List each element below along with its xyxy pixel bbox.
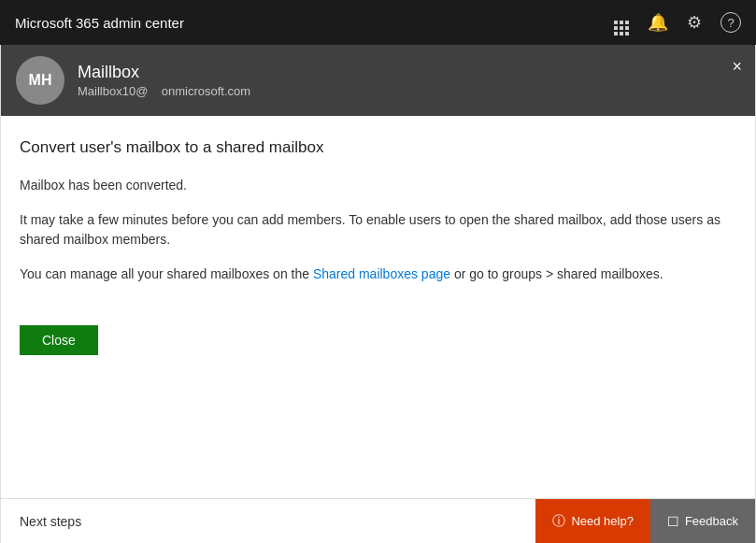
close-button-container: Close: [20, 314, 736, 355]
feedback-button[interactable]: ☐ Feedback: [650, 499, 755, 543]
need-help-button[interactable]: ⓘ Need help?: [535, 499, 650, 543]
panel-header: MH Maillbox Maillbox10@ onmicrosoft.com …: [1, 45, 755, 116]
avatar: MH: [16, 56, 64, 105]
panel: MH Maillbox Maillbox10@ onmicrosoft.com …: [0, 45, 756, 543]
help-icon[interactable]: ?: [720, 12, 741, 33]
next-steps-label: Next steps: [1, 514, 535, 529]
feedback-label: Feedback: [685, 514, 738, 528]
section-title: Convert user's mailbox to a shared mailb…: [20, 138, 736, 157]
converted-text: Mailbox has been converted.: [20, 176, 736, 195]
manage-text-after: or go to groups > shared mailboxes.: [450, 266, 663, 281]
top-bar-icons: 🔔 ⚙ ?: [614, 9, 741, 36]
panel-footer: Next steps ⓘ Need help? ☐ Feedback: [1, 498, 755, 543]
panel-body: Convert user's mailbox to a shared mailb…: [1, 116, 755, 498]
shared-mailboxes-link[interactable]: Shared mailboxes page: [313, 266, 450, 281]
panel-header-info: Maillbox Maillbox10@ onmicrosoft.com: [78, 63, 740, 98]
manage-text-before: You can manage all your shared mailboxes…: [20, 266, 313, 281]
waffle-icon[interactable]: [614, 9, 629, 36]
need-help-label: Need help?: [571, 514, 634, 528]
panel-user-name: Maillbox: [78, 63, 740, 82]
panel-user-email: Maillbox10@ onmicrosoft.com: [78, 84, 740, 98]
bell-icon[interactable]: 🔔: [648, 12, 668, 33]
gear-icon[interactable]: ⚙: [687, 12, 702, 33]
top-bar: Microsoft 365 admin center 🔔 ⚙ ?: [0, 0, 756, 45]
close-button[interactable]: Close: [20, 325, 98, 355]
feedback-icon: ☐: [667, 514, 679, 529]
info-text: It may take a few minutes before you can…: [20, 210, 736, 250]
footer-actions: ⓘ Need help? ☐ Feedback: [535, 499, 755, 543]
manage-text: You can manage all your shared mailboxes…: [20, 264, 736, 284]
panel-close-button[interactable]: ×: [732, 58, 742, 75]
help-circle-icon: ⓘ: [552, 513, 565, 530]
app-title: Microsoft 365 admin center: [15, 15, 614, 31]
